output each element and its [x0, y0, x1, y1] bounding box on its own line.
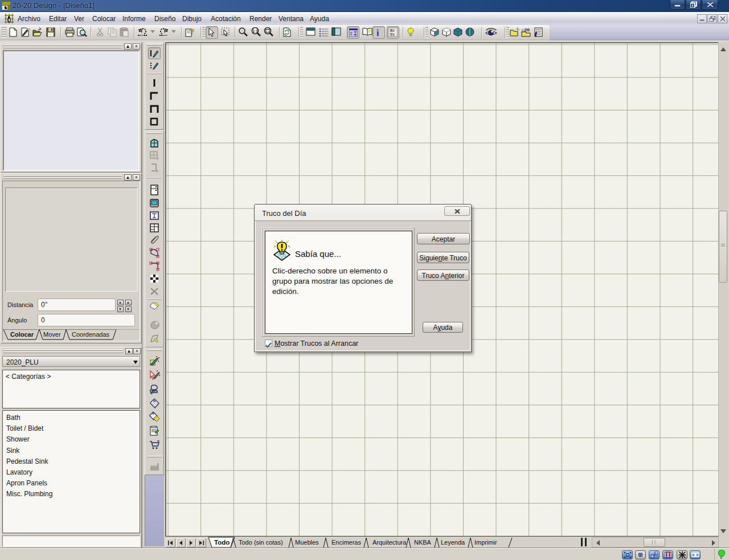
- svg-text:i: i: [376, 28, 379, 37]
- svg-text:Encimeras: Encimeras: [331, 539, 361, 546]
- svg-text:a:: a:: [350, 31, 353, 34]
- svg-text:Y=: Y=: [390, 32, 395, 36]
- svg-text:Imprimir: Imprimir: [474, 539, 497, 546]
- svg-text:Leyenda: Leyenda: [441, 539, 465, 546]
- svg-text:X=: X=: [390, 28, 395, 32]
- svg-text:Colocar: Colocar: [10, 331, 34, 338]
- svg-text:Arquitectura: Arquitectura: [372, 539, 407, 546]
- svg-text:2020: 2020: [2, 2, 10, 5]
- svg-text:Coordenadas: Coordenadas: [72, 331, 110, 338]
- svg-text:?: ?: [190, 27, 194, 36]
- svg-text:Todo (sin cotas): Todo (sin cotas): [239, 539, 283, 546]
- svg-text:1:1: 1:1: [253, 29, 259, 33]
- svg-text:NKBA: NKBA: [414, 539, 432, 546]
- svg-text:Todo: Todo: [214, 539, 230, 546]
- svg-text:Mover: Mover: [43, 331, 61, 338]
- svg-text:Muebles: Muebles: [295, 539, 319, 546]
